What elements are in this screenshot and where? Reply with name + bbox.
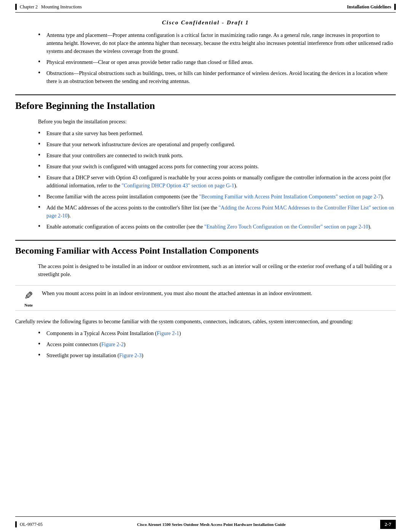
mac-link[interactable]: "Adding the Access Point MAC Addresses t… [46,205,394,219]
chapter-label: Chapter 2 [20,4,38,10]
bullet-text: Access point connectors (Figure 2-2) [46,340,396,348]
footer-left: OL-9977-05 [15,521,43,527]
bullet-text: Enable automatic configuration of access… [46,223,396,231]
footer-center-label: Cisco Aironet 1500 Series Outdoor Mesh A… [137,522,286,527]
note-text: When you mount access point in an indoor… [42,289,396,297]
header: Chapter 2 Mounting Instructions Installa… [0,0,411,12]
list-item: • Obstructions—Physical obstructions suc… [15,69,396,85]
section2-intro: The access point is designed to be insta… [15,262,396,278]
section-label: Mounting Instructions [41,4,82,10]
right-label: Installation Guidelines [347,4,391,10]
main-content: Cisco Confidential - Draft 1 • Antenna t… [0,19,411,359]
bullet-icon: • [38,31,43,39]
figure2-2-link[interactable]: Figure 2-2 [101,342,124,347]
list-item: • Become familiar with the access point … [15,193,396,201]
bullet-icon: • [38,140,43,149]
header-right-bar-icon [394,4,396,10]
bullet-icon: • [38,340,43,348]
figure2-3-link[interactable]: Figure 2-3 [119,353,142,358]
bullet-text: Ensure that your network infrastructure … [46,141,396,149]
header-right: Installation Guidelines [347,4,396,10]
bullet-text: Ensure that your switch is configured wi… [46,163,396,171]
bullet-text: Add the MAC addresses of the access poin… [46,204,396,220]
section1-intro: Before you begin the installation proces… [15,118,396,126]
section2-para: Carefully review the following figures t… [15,318,396,326]
chapter-bar-icon [15,4,17,10]
dhcp-link[interactable]: "Configuring DHCP Option 43" section on … [122,183,234,189]
list-item: • Add the MAC addresses of the access po… [15,204,396,220]
header-separator [15,12,396,13]
section2-bullet-list: • Components in a Typical Access Point I… [15,329,396,359]
bullet-text: Obstructions—Physical obstructions such … [46,69,396,85]
bullet-text: Become familiar with the access point in… [46,193,396,201]
footer-bar-icon [15,521,17,527]
list-item: • Ensure that a DHCP server with Option … [15,174,396,190]
list-item: • Access point connectors (Figure 2-2) [15,340,396,348]
list-item: • Streetlight power tap installation (Fi… [15,351,396,359]
confidential-text: Cisco Confidential - Draft 1 [162,19,249,26]
bullet-text: Ensure that your controllers are connect… [46,152,396,160]
list-item: • Components in a Typical Access Point I… [15,329,396,337]
bullet-icon: • [38,192,43,201]
section1-bullet-list: • Ensure that a site survey has been per… [15,129,396,231]
bullet-text: Ensure that a DHCP server with Option 43… [46,174,396,190]
bullet-icon: • [38,203,43,212]
bullet-text: Ensure that a site survey has been perfo… [46,129,396,137]
bullet-icon: • [38,129,43,137]
bullet-text: Antenna type and placement—Proper antenn… [46,31,396,55]
top-bullet-list: • Antenna type and placement—Proper ante… [15,31,396,85]
list-item: • Antenna type and placement—Proper ante… [15,31,396,55]
bullet-icon: • [38,58,43,66]
familiar-link[interactable]: "Becoming Familiar with Access Point Ins… [199,194,381,200]
figure2-1-link[interactable]: Figure 2-1 [157,331,179,336]
bullet-icon: • [38,222,43,231]
footer-center: Cisco Aironet 1500 Series Outdoor Mesh A… [43,522,380,527]
note-label: Note [24,303,33,307]
zero-touch-link[interactable]: "Enabling Zero Touch Configuration on th… [204,224,368,230]
confidential-banner: Cisco Confidential - Draft 1 [15,19,396,26]
note-box: ✎ Note When you mount access point in an… [15,285,396,311]
bullet-icon: • [38,151,43,160]
bullet-icon: • [38,69,43,77]
page-number: 2-7 [380,520,396,529]
section1-heading: Before Beginning the Installation [15,94,396,112]
bullet-text: Streetlight power tap installation (Figu… [46,351,396,359]
footer-left-label: OL-9977-05 [20,522,43,527]
list-item: • Ensure that your controllers are conne… [15,152,396,160]
page: Chapter 2 Mounting Instructions Installa… [0,0,411,532]
list-item: • Ensure that your switch is configured … [15,163,396,171]
note-icon-area: ✎ Note [15,289,42,307]
bullet-icon: • [38,329,43,337]
list-item: • Ensure that a site survey has been per… [15,129,396,137]
footer-right: 2-7 [380,520,396,529]
bullet-icon: • [38,173,43,182]
pencil-icon: ✎ [24,289,33,302]
list-item: • Enable automatic configuration of acce… [15,223,396,231]
bullet-text: Physical environment—Clear or open areas… [46,58,396,66]
list-item: • Physical environment—Clear or open are… [15,58,396,66]
footer-content: OL-9977-05 Cisco Aironet 1500 Series Out… [0,517,411,532]
header-left: Chapter 2 Mounting Instructions [15,4,82,10]
list-item: • Ensure that your network infrastructur… [15,141,396,149]
section2-heading: Becoming Familiar with Access Point Inst… [15,240,396,256]
footer: OL-9977-05 Cisco Aironet 1500 Series Out… [0,516,411,532]
bullet-icon: • [38,162,43,171]
bullet-icon: • [38,351,43,359]
bullet-text: Components in a Typical Access Point Ins… [46,329,396,337]
